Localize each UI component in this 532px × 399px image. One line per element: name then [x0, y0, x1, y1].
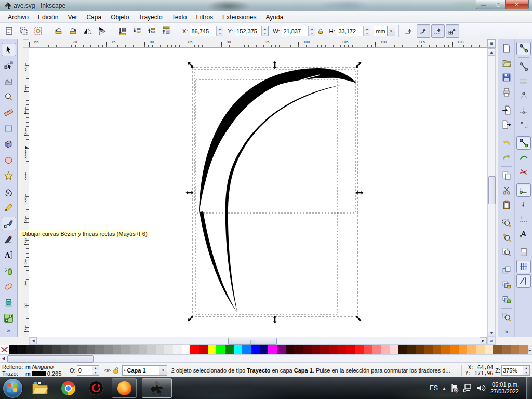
palette-swatch[interactable] [242, 345, 251, 354]
export-icon[interactable] [499, 118, 514, 131]
horizontal-scrollbar[interactable]: ◀ ||| ▶ [29, 337, 487, 345]
zoom-tool[interactable] [2, 90, 16, 103]
palette-swatch[interactable] [277, 345, 286, 354]
cut-icon[interactable] [499, 183, 514, 197]
palette-swatch[interactable] [312, 345, 321, 354]
canvas[interactable] [29, 48, 487, 337]
snap-page-border-icon[interactable] [516, 245, 531, 259]
palette-swatch[interactable] [208, 345, 217, 354]
opacity-spinner[interactable]: ▲▼ [92, 366, 99, 375]
horizontal-ruler[interactable]: 65707580859095100105110115120125 [29, 39, 487, 48]
zoom-field[interactable]: ▲▼ [501, 365, 530, 376]
copy-icon[interactable] [499, 169, 514, 182]
flip-vertical-icon[interactable] [95, 24, 109, 38]
star-tool[interactable] [2, 169, 16, 183]
ellipse-tool[interactable] [2, 153, 16, 167]
selector-tool[interactable] [2, 43, 16, 56]
snap-midpoints-icon[interactable]: + [516, 212, 531, 226]
palette-swatch[interactable] [398, 345, 407, 354]
rotate-cw-icon[interactable] [66, 24, 79, 38]
h-field[interactable]: ▲▼ [337, 26, 370, 36]
w-spinner[interactable]: ▲▼ [308, 26, 315, 36]
horizontal-scroll-thumb[interactable]: ||| [228, 338, 277, 345]
opacity-field[interactable]: ▲▼ [77, 365, 99, 376]
save-icon[interactable] [499, 71, 514, 84]
tray-volume-icon[interactable] [477, 384, 486, 392]
menu-item-edición[interactable]: Edición [33, 12, 63, 22]
palette-swatch[interactable] [199, 345, 208, 354]
palette-swatch[interactable] [441, 345, 450, 354]
y-spinner[interactable]: ▲▼ [261, 26, 268, 36]
new-document-icon[interactable] [499, 42, 514, 55]
layer-dropdown-icon[interactable]: ▼ [159, 365, 167, 376]
ruler-corner[interactable] [23, 39, 29, 48]
paint-bucket-tool[interactable] [2, 296, 16, 309]
snap-cusp-nodes-icon[interactable] [516, 183, 531, 197]
palette-swatch[interactable] [459, 345, 468, 354]
node-editor-tool[interactable] [2, 58, 16, 72]
vertical-scrollbar[interactable]: ▲ ▼ [487, 48, 496, 337]
palette-swatch[interactable] [61, 345, 70, 354]
scroll-down-icon[interactable]: ▼ [488, 329, 495, 336]
taskbar-driver-booster-icon[interactable] [86, 378, 107, 398]
palette-swatch[interactable] [433, 345, 442, 354]
bezier-pen-tool[interactable] [2, 217, 16, 230]
h-spinner[interactable]: ▲▼ [363, 26, 370, 36]
unit-dropdown-icon[interactable]: ▼ [388, 26, 395, 36]
zoom-input[interactable] [502, 366, 523, 375]
close-button[interactable]: ✕ [505, 0, 529, 9]
palette-swatch[interactable] [407, 345, 416, 354]
snap-nodes-icon[interactable] [516, 136, 531, 150]
palette-swatch[interactable] [502, 345, 511, 354]
lock-ratio-icon[interactable] [316, 27, 325, 35]
palette-swatch[interactable] [139, 345, 148, 354]
palette-scroll-left-icon[interactable]: ◀ [0, 355, 7, 362]
palette-swatch[interactable] [78, 345, 87, 354]
tray-network-icon[interactable] [463, 384, 473, 392]
duplicate-icon[interactable] [499, 263, 514, 277]
find-icon[interactable] [499, 311, 514, 324]
palette-swatch[interactable] [164, 345, 173, 354]
menu-item-archivo[interactable]: Archivo [3, 12, 33, 22]
connector-tool[interactable] [2, 311, 16, 325]
y-field[interactable]: ▲▼ [235, 26, 269, 36]
palette-scroll-thumb[interactable] [7, 355, 94, 363]
raise-to-top-icon[interactable] [159, 24, 172, 38]
snap-bbox-midpoints-icon[interactable] [516, 103, 531, 117]
palette-swatch[interactable] [355, 345, 364, 354]
menu-item-filtros[interactable]: Filtros [191, 12, 218, 22]
snap-guides-icon[interactable] [516, 274, 531, 288]
snap-smooth-nodes-icon[interactable] [516, 198, 531, 211]
scroll-right-icon[interactable]: ▶ [480, 337, 487, 344]
palette-swatch[interactable] [485, 345, 494, 354]
taskbar-explorer-icon[interactable] [30, 378, 50, 398]
palette-scrollbar[interactable]: ◀ [0, 354, 532, 363]
selection-bbox[interactable] [193, 67, 357, 316]
taskbar-firefox-button[interactable] [112, 378, 137, 398]
palette-swatch[interactable] [113, 345, 122, 354]
3d-box-tool[interactable] [2, 138, 16, 151]
start-button[interactable] [3, 379, 22, 398]
rectangle-tool[interactable] [2, 122, 16, 135]
tray-hidden-icons-icon[interactable]: ▲ [442, 386, 446, 391]
pencil-tool[interactable] [2, 201, 16, 214]
zoom-page-icon[interactable] [499, 245, 514, 259]
x-spinner[interactable]: ▲▼ [216, 26, 223, 36]
palette-swatch[interactable] [450, 345, 459, 354]
deselect-icon[interactable] [31, 24, 45, 38]
zoom-selection-icon[interactable] [499, 216, 514, 230]
scroll-up-icon[interactable]: ▲ [488, 48, 495, 56]
palette-swatch[interactable] [69, 345, 78, 354]
palette-swatch[interactable] [493, 345, 502, 354]
x-field[interactable]: ▲▼ [190, 26, 223, 36]
lower-icon[interactable] [130, 24, 143, 38]
palette-swatch[interactable] [52, 345, 61, 354]
snap-intersections-icon[interactable] [516, 165, 531, 179]
palette-swatch[interactable] [268, 345, 277, 354]
palette-swatch[interactable] [182, 345, 191, 354]
scale-stroke-toggle[interactable] [402, 24, 416, 38]
palette-swatch[interactable] [372, 345, 381, 354]
palette-swatch[interactable] [104, 345, 113, 354]
snap-bbox-centers-icon[interactable] [516, 118, 531, 131]
vertical-ruler[interactable]: 1351301251201151101051009590858075 [23, 48, 29, 337]
